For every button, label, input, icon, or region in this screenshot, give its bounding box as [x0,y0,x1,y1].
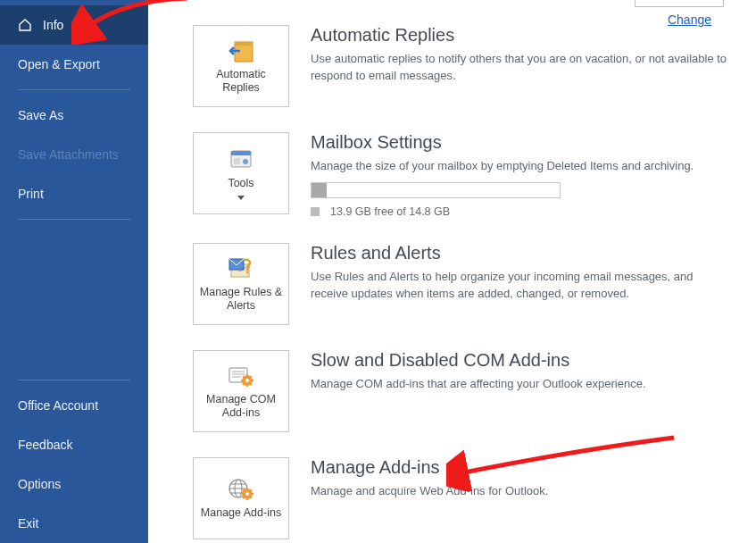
section-desc: Manage COM add-ins that are affecting yo… [311,376,729,393]
tile-manage-addins[interactable]: Manage Add-ins [193,457,289,539]
section-rules-alerts: Manage Rules & Alerts Rules and Alerts U… [193,243,756,325]
sidebar-item-label: Print [18,187,44,201]
sidebar-item-save-as[interactable]: Save As [0,96,148,135]
svg-point-14 [245,492,249,496]
sidebar-divider [18,380,130,380]
sidebar-item-print[interactable]: Print [0,174,148,213]
tile-label: Manage COM Add-ins [194,393,288,420]
sidebar-item-label: Office Account [18,398,98,413]
sidebar-item-exit[interactable]: Exit [0,504,148,543]
change-link[interactable]: Change [668,13,711,27]
tile-manage-rules[interactable]: Manage Rules & Alerts [193,243,289,325]
section-com-addins: Manage COM Add-ins Slow and Disabled COM… [193,350,756,432]
sidebar-item-label: Feedback [18,438,72,452]
section-desc: Manage and acquire Web Add-ins for Outlo… [311,483,729,500]
sidebar-item-label: Save Attachments [18,147,119,162]
com-addins-icon [226,363,256,389]
storage-bar-fill [312,183,327,197]
tile-label: Manage Rules & Alerts [194,286,288,313]
tile-label: Tools [222,177,259,190]
manage-addins-icon [226,476,256,503]
file-menu-sidebar: Info Open & Export Save As Save Attachme… [0,0,148,543]
sidebar-item-open-export[interactable]: Open & Export [0,45,148,84]
sidebar-item-office-account[interactable]: Office Account [0,386,148,425]
tile-label: Automatic Replies [194,68,288,95]
section-title: Rules and Alerts [311,243,729,263]
storage-bar [311,182,561,198]
storage-text: 13.9 GB free of 14.8 GB [311,205,729,218]
section-title: Manage Add-ins [311,457,729,478]
section-automatic-replies: Automatic Replies Automatic Replies Use … [193,25,756,107]
sidebar-item-options[interactable]: Options [0,464,148,504]
sidebar-item-label: Exit [18,516,38,530]
photo-placeholder-box [635,0,724,7]
tile-automatic-replies[interactable]: Automatic Replies [193,25,289,107]
sidebar-item-save-attachments: Save Attachments [0,135,148,174]
section-manage-addins: Manage Add-ins Manage Add-ins Manage and… [193,457,756,539]
tools-icon [226,146,256,173]
tile-manage-com-addins[interactable]: Manage COM Add-ins [193,350,289,432]
section-mailbox-settings: Tools Mailbox Settings Manage the size o… [193,132,756,218]
sidebar-item-info[interactable]: Info [0,5,148,45]
sidebar-item-label: Options [18,477,61,491]
section-desc: Use Rules and Alerts to help organize yo… [311,269,729,303]
svg-point-5 [243,159,248,164]
tile-tools[interactable]: Tools [193,132,289,214]
svg-rect-3 [231,151,251,155]
account-info-panel: Change Automatic Replies Automatic Repli… [148,0,756,543]
sidebar-divider [18,89,130,90]
section-title: Mailbox Settings [311,132,729,153]
chevron-down-icon [237,196,245,200]
rules-alerts-icon [226,255,256,282]
section-desc: Manage the size of your mailbox by empty… [311,158,729,175]
automatic-replies-icon [226,38,256,64]
svg-rect-4 [234,158,240,164]
home-icon [18,18,32,32]
sidebar-item-label: Save As [18,108,63,122]
section-title: Slow and Disabled COM Add-ins [311,350,729,371]
svg-point-10 [245,379,249,382]
svg-rect-1 [235,42,253,46]
sidebar-divider [18,219,130,220]
sidebar-item-label: Info [43,18,63,32]
section-title: Automatic Replies [311,25,729,46]
section-desc: Use automatic replies to notify others t… [311,51,729,85]
sidebar-item-feedback[interactable]: Feedback [0,425,148,464]
sidebar-item-label: Open & Export [18,57,100,71]
tile-label: Manage Add-ins [195,506,287,520]
